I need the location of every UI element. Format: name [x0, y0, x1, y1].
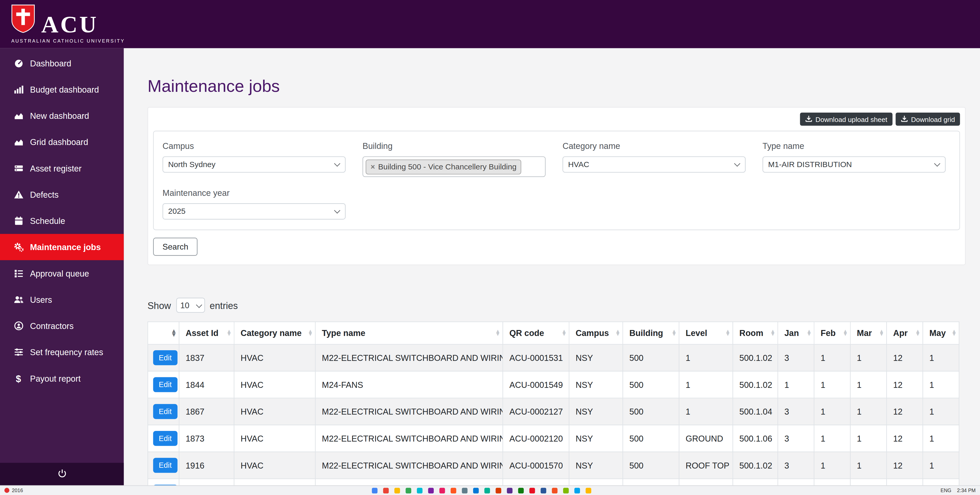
sidebar-item-payout-report[interactable]: $ Payout report [0, 365, 124, 391]
taskbar-icon[interactable] [518, 488, 524, 493]
column-header[interactable]: ▲▼ [148, 322, 179, 344]
sidebar-item-dashboard[interactable]: Dashboard [0, 50, 124, 76]
taskbar-tray: ENG 2:34 PM [940, 488, 975, 493]
sort-icon: ▲▼ [880, 329, 883, 337]
edit-button[interactable]: Edit [153, 404, 177, 419]
taskbar-icons [23, 488, 940, 493]
taskbar-icon[interactable] [451, 488, 457, 493]
column-header[interactable]: Feb▲▼ [814, 322, 850, 344]
taskbar-icon[interactable] [586, 488, 592, 493]
taskbar-app-icon[interactable] [5, 488, 10, 493]
column-header[interactable]: Category name▲▼ [234, 322, 315, 344]
table-cell: ACU-0001570 [503, 452, 569, 479]
taskbar-icon[interactable] [563, 488, 569, 493]
remove-tag-icon[interactable]: × [371, 163, 375, 171]
sidebar-item-label: Schedule [30, 216, 65, 225]
edit-button[interactable]: Edit [153, 350, 177, 365]
sidebar-item-grid-dashboard[interactable]: Grid dashboard [0, 129, 124, 155]
taskbar-icon[interactable] [440, 488, 445, 493]
edit-button[interactable]: Edit [153, 431, 177, 446]
taskbar-icon[interactable] [541, 488, 547, 493]
taskbar-icon[interactable] [428, 488, 434, 493]
table-cell: 1 [923, 398, 959, 425]
campus-select[interactable]: North Sydney [162, 156, 345, 173]
column-header[interactable]: Campus▲▼ [569, 322, 623, 344]
taskbar-left-text: 2016 [12, 488, 23, 493]
taskbar-icon[interactable] [496, 488, 501, 493]
column-header[interactable]: Level▲▼ [679, 322, 733, 344]
table-cell: HVAC [234, 398, 315, 425]
column-header[interactable]: Building▲▼ [623, 322, 679, 344]
taskbar-icon[interactable] [507, 488, 513, 493]
column-header[interactable]: Mar▲▼ [850, 322, 887, 344]
search-button[interactable]: Search [153, 238, 198, 256]
year-select-wrap: 2025 [162, 203, 345, 219]
show-entries-control: Show 10 entries [148, 297, 966, 313]
table-cell: M22-ELECTRICAL SWITCHBOARD AND WIRING [315, 452, 503, 479]
taskbar-icon[interactable] [417, 488, 423, 493]
sidebar-item-label: New dashboard [30, 111, 89, 120]
taskbar-icon[interactable] [372, 488, 378, 493]
brand-acronym: ACU [41, 14, 98, 35]
building-multiselect[interactable]: × Building 500 - Vice Chancellery Buildi… [363, 156, 546, 177]
edit-button[interactable]: Edit [153, 458, 177, 473]
year-field: Maintenance year 2025 [162, 188, 345, 220]
power-button[interactable] [57, 469, 67, 480]
taskbar-icon[interactable] [530, 488, 535, 493]
table-cell: 1 [814, 452, 850, 479]
taskbar-icon[interactable] [462, 488, 468, 493]
taskbar-icon[interactable] [552, 488, 558, 493]
area-chart-icon [13, 111, 24, 121]
type-field: Type name M1-AIR DISTRIBUTION [762, 141, 945, 173]
download-grid-button[interactable]: Download grid [896, 113, 960, 126]
sidebar-item-label: Contractors [30, 321, 74, 331]
taskbar-icon[interactable] [574, 488, 580, 493]
sidebar-item-contractors[interactable]: Contractors [0, 313, 124, 339]
acu-logo[interactable]: ACU AUSTRALIAN CATHOLIC UNIVERSITY [11, 5, 125, 44]
taskbar-icon[interactable] [383, 488, 389, 493]
taskbar-icon[interactable] [485, 488, 490, 493]
acu-shield-icon [11, 5, 35, 36]
sidebar-item-approval-queue[interactable]: Approval queue [0, 260, 124, 286]
building-field: Building × Building 500 - Vice Chancelle… [363, 141, 546, 177]
taskbar-icon[interactable] [406, 488, 412, 493]
table-body: Edit1837HVACM22-ELECTRICAL SWITCHBOARD A… [148, 344, 959, 495]
sidebar-item-budget-dashboard[interactable]: Budget dashboard [0, 76, 124, 102]
table-cell: HVAC [234, 371, 315, 398]
column-header[interactable]: Asset Id▲▼ [179, 322, 234, 344]
column-header[interactable]: Jan▲▼ [778, 322, 814, 344]
table-cell: 1 [814, 344, 850, 371]
sidebar-item-schedule[interactable]: Schedule [0, 208, 124, 234]
sidebar-item-users[interactable]: Users [0, 286, 124, 313]
edit-button[interactable]: Edit [153, 377, 177, 392]
type-select[interactable]: M1-AIR DISTRIBUTION [762, 156, 945, 173]
column-header[interactable]: QR code▲▼ [503, 322, 569, 344]
column-header[interactable]: Apr▲▼ [887, 322, 923, 344]
year-select[interactable]: 2025 [162, 203, 345, 219]
column-header[interactable]: Room▲▼ [733, 322, 778, 344]
sidebar-item-set-frequency-rates[interactable]: Set frequency rates [0, 339, 124, 365]
table-cell: 1 [923, 425, 959, 452]
download-upload-sheet-button[interactable]: Download upload sheet [800, 113, 892, 126]
download-icon [805, 115, 812, 123]
clock[interactable]: 2:34 PM [957, 488, 975, 493]
language-indicator[interactable]: ENG [940, 488, 951, 493]
building-tag: × Building 500 - Vice Chancellery Buildi… [366, 159, 521, 174]
sidebar-item-new-dashboard[interactable]: New dashboard [0, 102, 124, 129]
table-cell: 1867 [179, 398, 234, 425]
category-select[interactable]: HVAC [563, 156, 746, 173]
sidebar-item-defects[interactable]: Defects [0, 181, 124, 208]
category-label: Category name [563, 141, 746, 151]
column-header[interactable]: Type name▲▼ [315, 322, 503, 344]
app-header: ACU AUSTRALIAN CATHOLIC UNIVERSITY [0, 0, 980, 48]
sidebar-item-asset-register[interactable]: Asset register [0, 155, 124, 181]
taskbar-icon[interactable] [395, 488, 400, 493]
column-label: Apr [893, 329, 908, 338]
column-header[interactable]: May▲▼ [923, 322, 959, 344]
page-size-select[interactable]: 10 [176, 297, 205, 313]
taskbar-icon[interactable] [473, 488, 479, 493]
sliders-icon [13, 347, 24, 357]
table-cell: 500.1.06 [733, 425, 778, 452]
sidebar-item-maintenance-jobs[interactable]: Maintenance jobs [0, 234, 124, 260]
table-cell: 3 [778, 398, 814, 425]
